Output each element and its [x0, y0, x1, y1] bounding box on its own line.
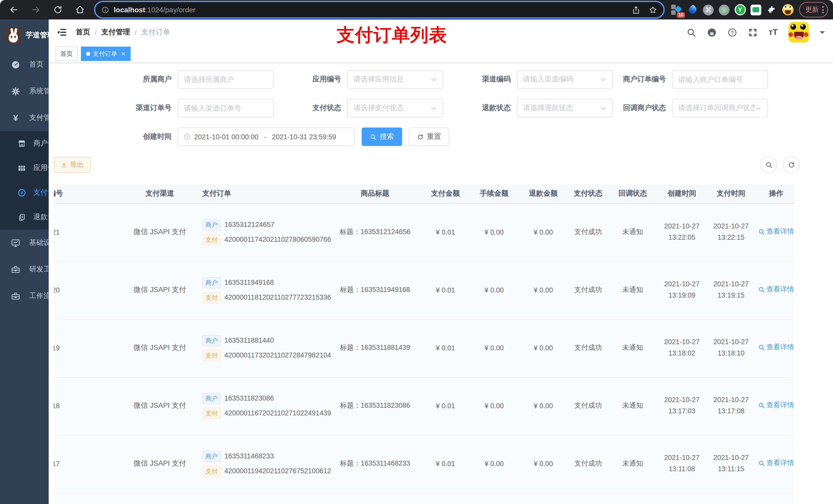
view-detail-link[interactable]: 查看详情	[758, 343, 794, 352]
create-time: 2021-10-2713:17:03	[660, 394, 704, 417]
tag-pay-order[interactable]: 支付订单 ✕	[81, 47, 130, 61]
pay-channel: 微信 JSAPI 支付	[121, 343, 198, 352]
sidebar-item-pay[interactable]: ¥ 支付管理	[0, 104, 49, 131]
header-search-icon[interactable]	[687, 27, 696, 37]
actions-cell: 查看详情	[758, 227, 794, 237]
table-body: 21 微信 JSAPI 支付 商户 1635312124657 支付 42000…	[54, 203, 794, 504]
pay-order-no: 4200001174202110278060590766	[224, 236, 331, 243]
breadcrumb-home[interactable]: 首页	[76, 28, 90, 37]
merchant-order-no-input[interactable]	[672, 70, 768, 89]
browser-update-button[interactable]: 更新	[799, 2, 828, 18]
actions-cell: 查看详情	[758, 401, 794, 411]
extension-gem-icon[interactable]	[687, 4, 698, 16]
svg-text:¥: ¥	[21, 190, 23, 195]
table-row: 21 微信 JSAPI 支付 商户 1635312124657 支付 42000…	[54, 203, 794, 260]
filter-refund-status: 退款状态 请选择退款状态	[461, 99, 613, 117]
view-detail-link[interactable]: 查看详情	[758, 285, 794, 294]
table-row: 17 微信 JSAPI 支付 商户 1635311468233 支付 42000…	[54, 435, 794, 492]
sidebar-item-home[interactable]: 首页	[0, 51, 49, 78]
notify-status-select[interactable]: 请选择订单回调商户状态	[672, 99, 768, 117]
pay-order-cell: 商户 1635311823086 支付 42000011672021102710…	[198, 389, 331, 422]
refresh-table-button[interactable]	[783, 156, 800, 173]
extension-emoji-icon[interactable]	[782, 4, 793, 16]
order-id: 21	[54, 228, 121, 236]
table-row: 20 微信 JSAPI 支付 商户 1635311949168 支付 42000…	[54, 261, 794, 318]
sidebar-item-infra[interactable]: 基础设施	[0, 230, 49, 256]
extension-puzzle-icon[interactable]	[766, 4, 778, 16]
chevron-down-icon	[37, 293, 43, 299]
magnifier-icon	[758, 229, 765, 235]
breadcrumb-pay[interactable]: 支付管理	[101, 28, 130, 37]
refund-status-select[interactable]: 请选择退款状态	[517, 99, 613, 117]
page-info-icon[interactable]	[101, 6, 109, 14]
github-icon[interactable]	[707, 27, 717, 37]
browser-window: localhost:1024/pay/order 10 ⌘ Y	[0, 0, 833, 504]
sidebar-item-merchant-info[interactable]: 商户信息	[0, 131, 49, 156]
address-bar[interactable]: localhost:1024/pay/order	[95, 2, 663, 18]
view-detail-link[interactable]: 查看详情	[758, 227, 794, 236]
refresh-icon	[417, 134, 424, 140]
bookmark-star-icon[interactable]	[648, 5, 657, 14]
pay-status: 支付成功	[571, 227, 605, 237]
notify-status: 未通知	[605, 227, 660, 237]
extension-record-icon[interactable]	[718, 4, 730, 16]
top-navbar: 首页 / 支付管理 / 支付订单 支付订单列表 ?	[49, 20, 833, 45]
view-detail-link[interactable]: 查看详情	[758, 459, 794, 468]
pay-tag: 支付	[203, 465, 221, 477]
sidebar-item-system[interactable]: 系统管理	[0, 78, 49, 104]
close-icon[interactable]: ✕	[121, 50, 125, 57]
pay-order-no: 4200001181202110277723215336	[224, 293, 331, 301]
back-icon[interactable]	[6, 2, 22, 18]
sidebar-fold-icon[interactable]	[57, 27, 67, 38]
extension-grid-icon[interactable]: 10	[671, 4, 682, 16]
circled-yen-icon: ¥	[18, 188, 26, 197]
pay-channel: 微信 JSAPI 支付	[121, 401, 198, 410]
sidebar-item-pay-order[interactable]: ¥ 支付订单	[0, 180, 49, 205]
help-icon[interactable]: ?	[728, 27, 737, 37]
font-size-icon[interactable]: тT	[769, 28, 778, 37]
reset-button[interactable]: 重置	[409, 127, 449, 146]
active-dot-icon	[86, 52, 90, 56]
filter-merchant-order-no: 商户订单编号	[623, 70, 768, 89]
export-button[interactable]: 导出	[54, 157, 91, 173]
svg-text:?: ?	[731, 30, 734, 35]
avatar-caret-icon[interactable]	[820, 31, 825, 36]
date-range-input[interactable]: 2021-10-01 00:00:00 - 2021-10-31 23:59:5…	[178, 127, 355, 146]
refresh-icon	[788, 161, 795, 168]
magnifier-icon	[758, 286, 765, 293]
search-button[interactable]: 搜索	[362, 127, 402, 146]
avatar[interactable]	[788, 22, 809, 43]
browser-menu-icon[interactable]	[822, 6, 824, 13]
yen-icon: ¥	[11, 113, 21, 123]
reload-icon[interactable]	[50, 2, 66, 18]
extension-command-icon[interactable]: ⌘	[703, 4, 714, 16]
share-icon[interactable]	[632, 5, 640, 14]
search-icon	[765, 161, 772, 168]
toggle-search-button[interactable]	[760, 156, 777, 173]
pay-status-select[interactable]: 请选择支付状态	[347, 99, 443, 117]
pay-order-cell: 商户 1635312124657 支付 42000011742021102780…	[198, 215, 331, 249]
tag-home[interactable]: 首页	[55, 47, 78, 61]
table-row: 19 微信 JSAPI 支付 商户 1635311881440 支付 42000…	[54, 319, 794, 376]
filter-merchant: 所属商户	[115, 70, 273, 89]
sidebar-item-refund-order[interactable]: 退款订单	[0, 205, 49, 230]
fullscreen-icon[interactable]	[748, 27, 758, 37]
forward-icon[interactable]	[28, 2, 44, 18]
home-icon[interactable]	[72, 2, 88, 18]
sidebar-item-workflow[interactable]: 工作流程	[0, 283, 49, 309]
sidebar-item-dev-tools[interactable]: 研发工具	[0, 256, 49, 283]
app-select[interactable]: 请选择应用信息	[347, 70, 443, 89]
view-detail-link[interactable]: 查看详情	[758, 401, 794, 410]
extension-y-icon[interactable]: Y	[734, 4, 746, 16]
channel-order-no-input[interactable]	[178, 99, 273, 117]
sidebar-item-app-info[interactable]: 应用信息	[0, 156, 49, 180]
channel-code-select[interactable]: 请输入渠道编码	[517, 70, 613, 89]
chevron-down-icon	[37, 266, 43, 272]
breadcrumb-current: 支付订单	[141, 28, 170, 37]
pay-amount: ¥ 0.01	[419, 402, 472, 409]
pay-channel: 微信 JSAPI 支付	[121, 285, 198, 294]
merchant-input[interactable]	[178, 70, 273, 89]
merchant-tag: 商户	[203, 219, 221, 230]
extension-chat-icon[interactable]	[750, 4, 762, 16]
sidebar: 芋道管理系统 首页 系统管理 ¥ 支付管理	[0, 20, 49, 504]
